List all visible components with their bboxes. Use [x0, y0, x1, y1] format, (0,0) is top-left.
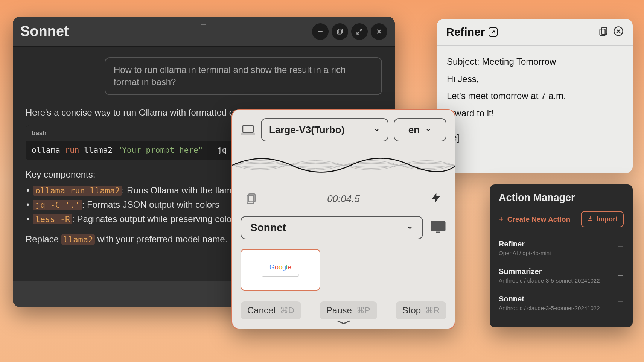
minimize-button[interactable]	[312, 23, 329, 40]
action-item[interactable]: Sonnet Anthropic / claude-3-5-sonnet-202…	[490, 289, 633, 316]
cancel-button[interactable]: Cancel ⌘D	[241, 301, 301, 319]
lightning-icon[interactable]	[430, 192, 442, 205]
monitor-icon[interactable]	[430, 220, 446, 235]
chevron-down-icon	[373, 124, 380, 136]
chevron-down-icon[interactable]	[336, 319, 351, 326]
chevron-down-icon	[425, 124, 432, 136]
download-icon	[587, 215, 594, 224]
sonnet-title: Sonnet	[20, 23, 69, 40]
svg-rect-2	[337, 30, 341, 34]
email-line: Let's meet tomorrow at 7 a.m.	[447, 87, 623, 105]
whisper-model-select[interactable]: Large-V3(Turbo)	[261, 118, 388, 141]
refiner-window: Refiner ↗ Subject: Meeting Tomorrow Hi J…	[437, 19, 633, 173]
drag-handle-icon[interactable]: ☰	[201, 21, 207, 29]
open-external-icon[interactable]: ↗	[489, 27, 498, 37]
windows-button[interactable]	[332, 23, 348, 40]
pause-button[interactable]: Pause ⌘P	[320, 301, 377, 319]
import-button[interactable]: Import	[581, 211, 624, 227]
screenshot-thumbnail[interactable]: Google	[241, 249, 320, 291]
action-manager-window: Action Manager + Create New Action Impor…	[490, 184, 633, 327]
drag-handle-icon[interactable]	[617, 271, 624, 280]
sonnet-titlebar: ☰ Sonnet	[13, 17, 395, 47]
google-logo: Google	[269, 263, 291, 271]
svg-rect-14	[431, 222, 445, 231]
email-greeting: Hi Jess,	[447, 70, 623, 88]
close-button[interactable]	[371, 23, 387, 40]
drag-handle-icon[interactable]	[617, 299, 624, 307]
recording-timer: 00:04.5	[327, 193, 360, 205]
action-item[interactable]: Refiner OpenAI / gpt-4o-mini	[490, 234, 633, 262]
refiner-title: Refiner ↗	[446, 26, 498, 38]
action-select[interactable]: Sonnet	[241, 216, 423, 239]
stop-button[interactable]: Stop ⌘R	[396, 301, 446, 319]
refiner-header: Refiner ↗	[437, 19, 633, 46]
create-action-button[interactable]: + Create New Action	[499, 214, 570, 224]
plus-icon: +	[499, 214, 504, 224]
recorder-window: Large-V3(Turbo) en	[231, 109, 455, 329]
email-subject: Subject: Meeting Tomorrow	[447, 53, 623, 70]
chevron-down-icon	[406, 222, 413, 234]
refiner-body: Subject: Meeting Tomorrow Hi Jess, Let's…	[437, 46, 633, 154]
waveform	[232, 148, 455, 182]
copy-icon[interactable]	[598, 26, 609, 38]
drag-handle-icon[interactable]	[617, 244, 624, 252]
svg-rect-10	[243, 126, 253, 132]
close-icon[interactable]	[613, 26, 624, 38]
svg-rect-1	[338, 29, 343, 33]
language-select[interactable]: en	[394, 118, 446, 141]
google-searchbar	[262, 274, 299, 277]
expand-button[interactable]	[351, 23, 368, 40]
laptop-icon	[241, 124, 256, 135]
email-signature: ne]	[447, 129, 623, 146]
action-item[interactable]: Summarizer Anthropic / claude-3-5-sonnet…	[490, 262, 633, 289]
email-line: orward to it!	[447, 105, 623, 122]
user-prompt: How to run ollama in terminal and show t…	[105, 57, 382, 95]
clipboard-icon[interactable]	[245, 192, 257, 205]
action-manager-title: Action Manager	[490, 184, 633, 208]
